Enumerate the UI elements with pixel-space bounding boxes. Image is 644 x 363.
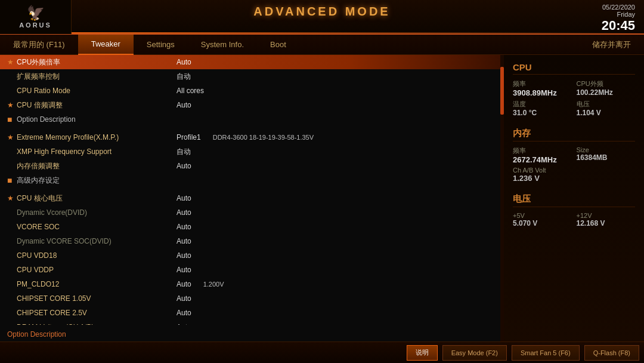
datetime-display: 05/22/2020 Friday 20:45	[602, 4, 635, 33]
setting-value: Auto	[177, 223, 191, 231]
setting-value: 自动	[177, 147, 191, 157]
extra-value: DDR4-3600 18-19-19-39-58-1.35V	[213, 134, 314, 141]
cpu-freq-label: 频率 3908.89MHz	[513, 79, 572, 97]
setting-xmp-hf[interactable]: XMP High Frequency Support 自动	[0, 144, 500, 159]
setting-vddp[interactable]: CPU VDDP Auto	[0, 263, 500, 277]
mem-section-title: 内存	[513, 128, 635, 141]
tab-tweaker[interactable]: Tweaker	[78, 35, 134, 55]
logo-text: AORUS	[19, 21, 52, 29]
setting-dram-volt[interactable]: DRAM Voltage (CH A/B) Auto 1.200V	[0, 320, 500, 325]
setting-value: Auto	[177, 208, 191, 217]
setting-value: Auto	[177, 323, 191, 325]
volt-12v: +12V 12.168 V	[577, 212, 636, 227]
bottom-bar: 说明 Easy Mode (F2) Smart Fan 5 (F6) Q-Fla…	[0, 342, 644, 363]
setting-cpu-ratio[interactable]: ★ CPU外频倍率 Auto	[0, 55, 500, 69]
setting-value: All cores	[177, 87, 204, 95]
date-text: 05/22/2020 Friday	[602, 4, 635, 18]
setting-vdd18[interactable]: CPU VDD18 Auto	[0, 248, 500, 263]
setting-label: 内存倍频调整	[17, 161, 172, 171]
tab-save-exit[interactable]: 储存并离开	[579, 35, 644, 55]
nav-bar: 最常用的 (F11) Tweaker Settings System Info.…	[0, 35, 644, 55]
setting-label: PM_CLDO12	[17, 280, 172, 288]
setting-dvid[interactable]: Dynamic Vcore(DVID) Auto	[0, 205, 500, 220]
settings-panel: ★ CPU外频倍率 Auto 扩展频率控制 自动 CPU Ratio Mode …	[0, 55, 500, 342]
volt-info-grid: +5V 5.070 V +12V 12.168 V	[513, 212, 635, 227]
volt-5v: +5V 5.070 V	[513, 212, 572, 227]
cpu-temp: 温度 31.0 °C	[513, 100, 572, 117]
mem-info-grid: 频率 2672.74MHz Size 16384MB	[513, 146, 635, 164]
tab-settings[interactable]: Settings	[134, 35, 188, 55]
scrollbar-thumb[interactable]	[500, 67, 504, 115]
setting-label: CPU外频倍率	[17, 57, 172, 67]
star-icon: ★	[7, 194, 14, 202]
setting-freq-ctrl[interactable]: 扩展频率控制 自动	[0, 69, 500, 84]
setting-pmcldo[interactable]: PM_CLDO12 Auto 1.200V	[0, 277, 500, 291]
setting-cpu-vcore[interactable]: ★ CPU 核心电压 Auto	[0, 191, 500, 205]
setting-label: CPU VDD18	[17, 251, 172, 260]
page-title: ADVANCED MODE	[253, 5, 390, 19]
setting-value: 自动	[177, 72, 191, 82]
setting-value: Profile1	[177, 133, 201, 141]
header: 🦅 AORUS ADVANCED MODE 05/22/2020 Friday …	[0, 0, 644, 35]
setting-label: Dynamic Vcore(DVID)	[17, 208, 172, 217]
setting-mem-mult[interactable]: 内存倍频调整 Auto	[0, 159, 500, 173]
cpu-info-section: CPU 频率 3908.89MHz CPU外频 100.22MHz 温度 31.…	[513, 62, 635, 117]
setting-adv-mem[interactable]: ■ 高级内存设定	[0, 173, 500, 187]
info-panel: CPU 频率 3908.89MHz CPU外频 100.22MHz 温度 31.…	[504, 55, 644, 342]
setting-value: Auto	[177, 251, 191, 260]
setting-vcore-soc[interactable]: VCORE SOC Auto	[0, 220, 500, 234]
setting-ratio-mode[interactable]: CPU Ratio Mode All cores	[0, 84, 500, 98]
extra-value: 1.200V	[203, 281, 224, 288]
setting-value: Auto	[177, 237, 191, 245]
aorus-eagle-icon: 🦅	[27, 5, 45, 21]
setting-label: 高级内存设定	[17, 176, 172, 186]
scrollbar[interactable]	[500, 55, 504, 342]
star-icon: ★	[7, 101, 14, 109]
setting-value: Auto	[177, 194, 191, 202]
setting-label: CPU 核心电压	[17, 193, 172, 204]
setting-label: Dynamic VCORE SOC(DVID)	[17, 237, 172, 245]
setting-value: Auto	[177, 294, 191, 303]
setting-value: Auto	[177, 101, 191, 109]
setting-label: 扩展频率控制	[17, 72, 172, 82]
mem-freq: 频率 2672.74MHz	[513, 146, 572, 164]
mem-size: Size 16384MB	[577, 146, 636, 164]
volt-info-section: 电压 +5V 5.070 V +12V 12.168 V	[513, 193, 635, 227]
btn-easy-mode[interactable]: Easy Mode (F2)	[442, 345, 507, 361]
mem-volt: Ch A/B Volt 1.236 V	[513, 167, 635, 183]
setting-label: CPU Ratio Mode	[17, 87, 172, 95]
option-description: Option Description	[0, 327, 500, 342]
setting-label: Option Description	[17, 115, 172, 124]
bullet-icon: ■	[7, 176, 14, 185]
btn-qflash[interactable]: Q-Flash (F8)	[584, 345, 639, 361]
setting-value: Auto	[177, 280, 191, 288]
setting-label: CPU VDDP	[17, 266, 172, 274]
settings-list: ★ CPU外频倍率 Auto 扩展频率控制 自动 CPU Ratio Mode …	[0, 55, 500, 325]
setting-label: CPU 倍频调整	[17, 100, 172, 110]
mem-info-section: 内存 频率 2672.74MHz Size 16384MB Ch A/B Vol…	[513, 128, 635, 183]
setting-xmp[interactable]: ★ Extreme Memory Profile(X.M.P.) Profile…	[0, 130, 500, 144]
setting-chipset105[interactable]: CHIPSET CORE 1.05V Auto	[0, 291, 500, 306]
setting-label: XMP High Frequency Support	[17, 147, 172, 156]
setting-label: DRAM Voltage (CH A/B)	[17, 323, 172, 325]
logo-area: 🦅 AORUS	[0, 0, 72, 34]
accent-line	[72, 32, 644, 33]
tab-sysinfo[interactable]: System Info.	[188, 35, 257, 55]
cpu-section-title: CPU	[513, 62, 635, 75]
star-icon: ★	[7, 58, 14, 66]
cpu-volt: 电压 1.104 V	[577, 100, 636, 117]
setting-value: Auto	[177, 266, 191, 274]
setting-value: Auto	[177, 309, 191, 317]
setting-label: CHIPSET CORE 2.5V	[17, 309, 172, 317]
btn-smart-fan[interactable]: Smart Fan 5 (F6)	[512, 345, 580, 361]
tab-boot[interactable]: Boot	[257, 35, 299, 55]
setting-vcore-soc-dvid[interactable]: Dynamic VCORE SOC(DVID) Auto	[0, 234, 500, 248]
extra-value: 1.200V	[203, 324, 224, 325]
setting-chipset25[interactable]: CHIPSET CORE 2.5V Auto	[0, 306, 500, 320]
time-text: 20:45	[602, 18, 635, 33]
setting-value: Auto	[177, 162, 191, 170]
setting-adv-cpu[interactable]: ■ Option Description	[0, 112, 500, 127]
tab-recent[interactable]: 最常用的 (F11)	[0, 35, 78, 55]
setting-cpu-mult[interactable]: ★ CPU 倍频调整 Auto	[0, 98, 500, 112]
btn-description[interactable]: 说明	[407, 345, 438, 361]
